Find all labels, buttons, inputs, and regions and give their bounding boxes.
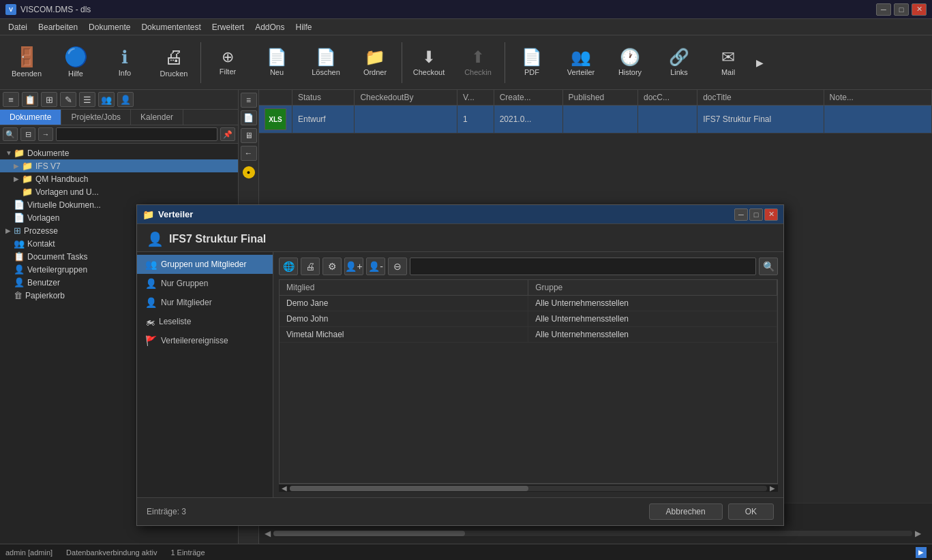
left-tb-btn-4[interactable]: ✎ [60,92,76,107]
table-row-jane[interactable]: Demo Jane Alle Unternehmensstellen [280,296,777,311]
menu-dokumente[interactable]: Dokumente [83,21,136,33]
left-tb-btn-6[interactable]: 👥 [98,92,115,107]
left-tb-btn-3[interactable]: ⊞ [41,92,57,107]
col-notes[interactable]: Note... [824,90,931,106]
menu-hilfe[interactable]: Hilfe [290,21,318,33]
left-tb-btn-5[interactable]: ☰ [79,92,95,107]
dialog-tb-print[interactable]: 🖨 [301,258,320,275]
tab-dokumente[interactable]: Dokumente [0,110,61,125]
cancel-button[interactable]: Abbrechen [649,503,723,520]
table-row-michael[interactable]: Vimetal Michael Alle Unternehmensstellen [280,327,777,343]
title-bar-controls[interactable]: ─ □ ✕ [876,3,927,16]
toolbar-checkout[interactable]: ⬇ Checkout [405,37,453,88]
hscroll-track[interactable] [290,486,767,491]
tab-projekte[interactable]: Projekte/Jobs [61,110,131,125]
toolbar-ordner[interactable]: 📁 Ordner [351,37,399,88]
table-row-john[interactable]: Demo John Alle Unternehmensstellen [280,311,777,327]
toolbar-hilfe-label: Hilfe [68,69,83,78]
toolbar-history[interactable]: 🕐 History [606,37,654,88]
toolbar-pdf[interactable]: 📄 PDF [508,37,556,88]
tree-expand-dokumente[interactable]: ▼ [5,149,14,157]
rt-btn-doc[interactable]: 📄 [241,110,257,125]
hscroll-right[interactable]: ▶ [768,484,777,493]
dialog-minimize-btn[interactable]: ─ [734,208,748,221]
nav-nur-gruppen[interactable]: 👤 Nur Gruppen [137,274,273,293]
col-published[interactable]: Published [562,90,637,106]
table-row[interactable]: XLS Entwurf 1 2021.0... IFS7 Struktur Fi… [259,106,932,134]
toolbar-expand[interactable]: ▶ [753,55,766,71]
dialog-tb-minus[interactable]: ⊖ [388,258,407,275]
tree-expand-qm[interactable]: ▶ [14,175,22,183]
tree-nav-right[interactable]: → [38,127,53,141]
nav-nur-mitglieder[interactable]: 👤 Nur Mitglieder [137,293,273,312]
status-arrow-btn[interactable]: ▶ [916,547,927,558]
toolbar-beenden[interactable]: 🚪 Beenden [3,37,50,88]
menu-bearbeiten[interactable]: Bearbeiten [33,21,83,33]
toolbar-filter[interactable]: ⊕ Filter [204,37,252,88]
toolbar-loeschen[interactable]: 📄 Löschen [302,37,350,88]
dialog-tb-settings[interactable]: ⚙ [322,258,342,275]
nav-gruppen-und-mitglieder[interactable]: 👥 Gruppen und Mitglieder [137,255,273,274]
maximize-button[interactable]: □ [894,3,909,16]
left-tb-btn-1[interactable]: ≡ [3,92,19,107]
hscroll-left[interactable]: ◀ [280,484,288,493]
rt-btn-back[interactable]: ← [241,146,257,161]
col-doccode[interactable]: docC... [638,90,697,106]
dialog-tb-earth[interactable]: 🌐 [279,258,298,275]
close-button[interactable]: ✕ [912,3,927,16]
col-gruppe[interactable]: Gruppe [528,280,777,296]
tree-item-vorlagen[interactable]: 📁 Vorlagen und U... [0,185,238,198]
tree-item-ifsv7[interactable]: ▶ 📁 IFS V7 [0,159,238,172]
toolbar-mail[interactable]: ✉ Mail [704,37,752,88]
tree-search-btn[interactable]: 🔍 [3,127,18,141]
col-checkedout[interactable]: CheckedoutBy [355,90,457,106]
dialog-controls[interactable]: ─ □ ✕ [734,208,778,221]
toolbar-hilfe[interactable]: 🔵 Hilfe [52,37,100,88]
dialog-search-btn[interactable]: 🔍 [759,258,778,275]
toolbar-checkin[interactable]: ⬆ Checkin [454,37,502,88]
minimize-button[interactable]: ─ [876,3,891,16]
toolbar-checkout-label: Checkout [413,68,445,76]
dialog-maximize-btn[interactable]: □ [749,208,763,221]
doc-icon-vorlagen2: 📄 [14,213,25,223]
tree-item-dokumente[interactable]: ▼ 📁 Dokumente [0,146,238,159]
col-doctitle[interactable]: docTitle [697,90,824,106]
dialog-close-btn[interactable]: ✕ [764,208,778,221]
tab-kalender[interactable]: Kalender [131,110,183,125]
col-status[interactable]: Status [292,90,355,106]
nav-leseliste[interactable]: 🏍 Leseliste [137,312,273,331]
col-mitglied[interactable]: Mitglied [280,280,528,296]
dialog-search-input[interactable] [410,258,756,275]
menu-erweitert[interactable]: Erweitert [207,21,250,33]
tree-expand-prozesse[interactable]: ▶ [5,227,14,234]
menu-dokumententest[interactable]: Dokumententest [136,21,206,33]
rt-btn-monitor[interactable]: 🖥 [241,128,257,143]
hscroll-track[interactable] [273,531,912,536]
hscroll-thumb[interactable] [290,486,528,491]
hscroll-left-arrow[interactable]: ◀ [265,529,271,538]
rt-btn-menu[interactable]: ≡ [241,93,257,108]
tree-search-input[interactable] [56,127,217,141]
tree-item-qmhandbuch[interactable]: ▶ 📁 QM Handbuch [0,172,238,185]
menu-addons[interactable]: AddOns [250,21,290,33]
toolbar-drucken[interactable]: 🖨 Drucken [150,37,198,88]
toolbar-neu[interactable]: 📄 Neu [253,37,301,88]
dialog-tb-remove-user[interactable]: 👤- [366,258,385,275]
ok-button[interactable]: OK [728,503,774,520]
col-created[interactable]: Create... [494,90,562,106]
nav-verteilerereignisse[interactable]: 🚩 Verteilerereignisse [137,331,273,350]
tree-collapse-btn[interactable]: ⊟ [20,127,35,141]
toolbar-verteiler[interactable]: 👥 Verteiler [557,37,605,88]
tree-expand-ifsv7[interactable]: ▶ [14,162,22,170]
left-tb-btn-7[interactable]: 👤 [117,92,134,107]
hscroll-thumb[interactable] [273,531,465,536]
hscroll-right-arrow[interactable]: ▶ [915,529,921,538]
toolbar-links-label: Links [670,68,688,76]
tree-pin-btn[interactable]: 📌 [220,127,235,141]
toolbar-links[interactable]: 🔗 Links [655,37,703,88]
col-version[interactable]: V... [457,90,494,106]
menu-datei[interactable]: Datei [3,21,33,33]
toolbar-info[interactable]: ℹ Info [101,37,149,88]
left-tb-btn-2[interactable]: 📋 [22,92,38,107]
dialog-tb-add-user[interactable]: 👤+ [344,258,363,275]
